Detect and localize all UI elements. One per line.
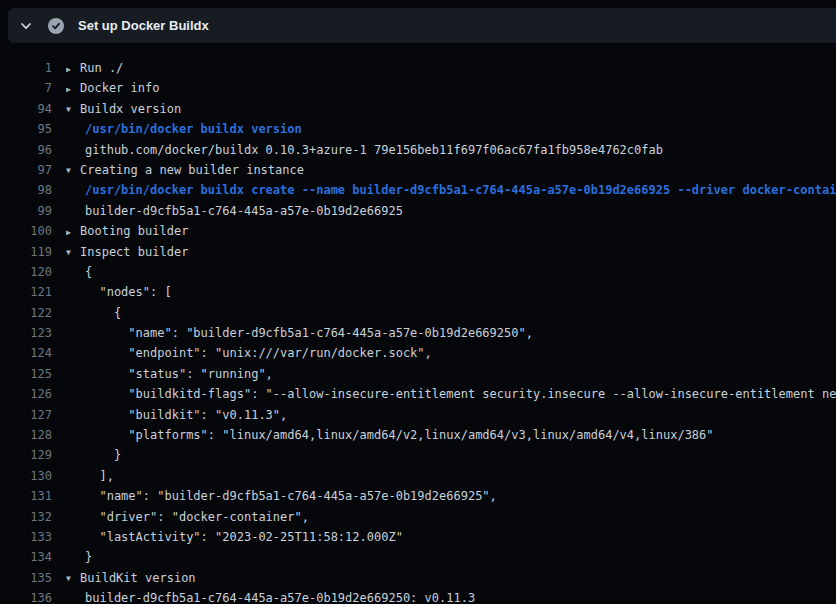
line-content: "lastActivity": "2023-02-25T11:58:12.000… (66, 527, 836, 547)
line-content: "buildkit": "v0.11.3", (66, 405, 836, 425)
line-number[interactable]: 122 (0, 303, 52, 323)
chevron-down-icon[interactable] (19, 19, 33, 33)
line-content[interactable]: ▶Booting builder (66, 221, 836, 241)
group-title: BuildKit version (80, 571, 196, 585)
log-line: 133 "lastActivity": "2023-02-25T11:58:12… (0, 527, 836, 547)
log-group-row[interactable]: 97▼Creating a new builder instance (0, 160, 836, 180)
line-content[interactable]: ▶Run ./ (66, 58, 836, 78)
line-content[interactable]: ▼BuildKit version (66, 568, 836, 588)
line-content: } (66, 547, 836, 567)
line-number[interactable]: 123 (0, 323, 52, 343)
log-line: 131 "name": "builder-d9cfb5a1-c764-445a-… (0, 486, 836, 506)
command-text: /usr/bin/docker buildx create --name bui… (66, 183, 836, 197)
output-text: "driver": "docker-container", (66, 510, 309, 524)
log-line: 136builder-d9cfb5a1-c764-445a-a57e-0b19d… (0, 588, 836, 604)
triangle-collapsed-icon[interactable]: ▶ (66, 80, 80, 99)
line-number[interactable]: 96 (0, 140, 52, 160)
log-line: 134} (0, 547, 836, 567)
line-content: github.com/docker/buildx 0.10.3+azure-1 … (66, 140, 836, 160)
triangle-expanded-icon[interactable]: ▼ (66, 243, 80, 262)
group-title: Run ./ (80, 61, 123, 75)
triangle-expanded-icon[interactable]: ▼ (66, 100, 80, 119)
log-line: 99builder-d9cfb5a1-c764-445a-a57e-0b19d2… (0, 201, 836, 221)
check-circle-icon (48, 18, 64, 34)
line-number[interactable]: 98 (0, 180, 52, 200)
line-content[interactable]: ▼Inspect builder (66, 242, 836, 262)
triangle-collapsed-icon[interactable]: ▶ (66, 223, 80, 242)
line-content: /usr/bin/docker buildx version (66, 119, 836, 139)
group-title: Buildx version (80, 102, 181, 116)
log-group-row[interactable]: 94▼Buildx version (0, 99, 836, 119)
line-number[interactable]: 127 (0, 405, 52, 425)
line-content[interactable]: ▼Buildx version (66, 99, 836, 119)
triangle-expanded-icon[interactable]: ▼ (66, 161, 80, 180)
triangle-collapsed-icon[interactable]: ▶ (66, 60, 80, 79)
line-content: "platforms": "linux/amd64,linux/amd64/v2… (66, 425, 836, 445)
log-line: 123 "name": "builder-d9cfb5a1-c764-445a-… (0, 323, 836, 343)
command-text: /usr/bin/docker buildx version (66, 122, 302, 136)
line-number[interactable]: 136 (0, 588, 52, 604)
output-text: } (66, 448, 121, 462)
output-text: { (66, 265, 92, 279)
line-number[interactable]: 100 (0, 221, 52, 241)
line-content: "driver": "docker-container", (66, 507, 836, 527)
output-text: "buildkit": "v0.11.3", (66, 408, 287, 422)
line-number[interactable]: 135 (0, 568, 52, 588)
output-text: github.com/docker/buildx 0.10.3+azure-1 … (66, 143, 663, 157)
log-group-row[interactable]: 7▶Docker info (0, 78, 836, 98)
log-line: 130 ], (0, 466, 836, 486)
line-number[interactable]: 126 (0, 384, 52, 404)
line-number[interactable]: 125 (0, 364, 52, 384)
line-content: ], (66, 466, 836, 486)
line-number[interactable]: 99 (0, 201, 52, 221)
log-group-row[interactable]: 119▼Inspect builder (0, 242, 836, 262)
output-text: "endpoint": "unix:///var/run/docker.sock… (66, 346, 432, 360)
output-text: ], (66, 469, 114, 483)
output-text: builder-d9cfb5a1-c764-445a-a57e-0b19d2e6… (66, 204, 403, 218)
line-number[interactable]: 121 (0, 282, 52, 302)
triangle-expanded-icon[interactable]: ▼ (66, 569, 80, 588)
output-text: "platforms": "linux/amd64,linux/amd64/v2… (66, 428, 714, 442)
group-title: Booting builder (80, 224, 188, 238)
line-content: } (66, 445, 836, 465)
line-content[interactable]: ▼Creating a new builder instance (66, 160, 836, 180)
line-number[interactable]: 120 (0, 262, 52, 282)
log-line: 120{ (0, 262, 836, 282)
line-number[interactable]: 129 (0, 445, 52, 465)
line-number[interactable]: 132 (0, 507, 52, 527)
line-content: "buildkitd-flags": "--allow-insecure-ent… (66, 384, 836, 404)
line-content: "name": "builder-d9cfb5a1-c764-445a-a57e… (66, 486, 836, 506)
group-title: Inspect builder (80, 245, 188, 259)
log-viewer: 1▶Run ./7▶Docker info94▼Buildx version95… (0, 43, 836, 604)
step-header[interactable]: Set up Docker Buildx (8, 8, 836, 43)
output-text: "status": "running", (66, 367, 273, 381)
log-line: 95/usr/bin/docker buildx version (0, 119, 836, 139)
line-number[interactable]: 128 (0, 425, 52, 445)
line-number[interactable]: 124 (0, 343, 52, 363)
line-number[interactable]: 7 (0, 78, 52, 98)
log-group-row[interactable]: 100▶Booting builder (0, 221, 836, 241)
line-number[interactable]: 97 (0, 160, 52, 180)
line-number[interactable]: 119 (0, 242, 52, 262)
line-content[interactable]: ▶Docker info (66, 78, 836, 98)
line-content: "nodes": [ (66, 282, 836, 302)
output-text: "nodes": [ (66, 285, 172, 299)
log-line: 124 "endpoint": "unix:///var/run/docker.… (0, 343, 836, 363)
log-group-row[interactable]: 135▼BuildKit version (0, 568, 836, 588)
line-number[interactable]: 94 (0, 99, 52, 119)
log-line: 122 { (0, 303, 836, 323)
line-number[interactable]: 130 (0, 466, 52, 486)
line-number[interactable]: 133 (0, 527, 52, 547)
output-text: "name": "builder-d9cfb5a1-c764-445a-a57e… (66, 326, 533, 340)
log-group-row[interactable]: 1▶Run ./ (0, 58, 836, 78)
log-line: 96github.com/docker/buildx 0.10.3+azure-… (0, 140, 836, 160)
line-number[interactable]: 131 (0, 486, 52, 506)
log-line: 127 "buildkit": "v0.11.3", (0, 405, 836, 425)
line-number[interactable]: 1 (0, 58, 52, 78)
line-number[interactable]: 95 (0, 119, 52, 139)
line-content: { (66, 262, 836, 282)
line-content: "endpoint": "unix:///var/run/docker.sock… (66, 343, 836, 363)
output-text: } (66, 550, 92, 564)
log-line: 128 "platforms": "linux/amd64,linux/amd6… (0, 425, 836, 445)
line-number[interactable]: 134 (0, 547, 52, 567)
